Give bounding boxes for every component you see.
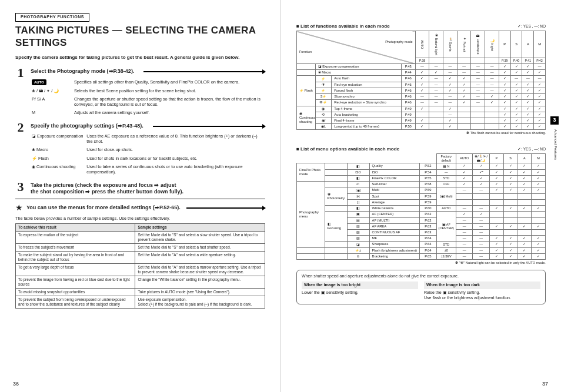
step-1-heading: Select the Photography mode (➡P.38-42). — [31, 68, 134, 75]
samples-table: To achieve this resultSample settingsTo … — [15, 223, 265, 309]
table1-footnote: ✽ The flash cannot be used for continuou… — [296, 131, 546, 135]
arrow-rule-icon — [143, 71, 265, 72]
step-2: 2 Specify the photography settings (➡P.4… — [15, 121, 265, 177]
step-1-table: AUTOSpecifies all settings other than Qu… — [31, 78, 265, 118]
step-2-heading: Specify the photography settings (➡P.43-… — [31, 123, 143, 129]
menus-tip-text: You can use the menus for more detailed … — [26, 205, 181, 211]
table2-footnote: ✽ "❀" Natural light can be selected in o… — [296, 261, 546, 265]
too-dark-col: When the image is too dark Raise the ▣ s… — [424, 282, 540, 300]
step-1: 1 Select the Photography mode (➡P.38-42)… — [15, 66, 265, 118]
exposure-tip-head: When shutter speed and aperture adjustme… — [302, 274, 540, 279]
star-icon: ★ — [15, 203, 23, 213]
intro-text: Specify the camera settings for taking p… — [15, 55, 265, 61]
table1-title: ■ List of functions available in each mo… — [296, 24, 390, 29]
page-left: PHOTOGRAPHY FUNCTIONS TAKING PICTURES — … — [0, 0, 280, 392]
too-bright-col: When the image is too bright Lower the ▣… — [302, 282, 418, 300]
table2-header: ■ List of menu options available in each… — [296, 146, 546, 152]
exposure-tip-box: When shutter speed and aperture adjustme… — [296, 270, 546, 304]
section-tag: PHOTOGRAPHY FUNCTIONS — [15, 13, 89, 22]
step-number: 3 — [15, 180, 26, 193]
too-dark-title: When the image is too dark — [424, 282, 540, 289]
step-number: 2 — [15, 121, 26, 134]
step-number: 1 — [15, 66, 26, 79]
page-number-left: 36 — [13, 381, 19, 387]
functions-by-mode-table: Photography modeFunctionAUTO❀ Natural li… — [296, 31, 546, 130]
legend: ✓: YES , —: NO — [517, 147, 546, 152]
side-tab-number: 3 — [550, 116, 559, 125]
table2-title: ■ List of menu options available in each… — [296, 146, 399, 152]
too-dark-body: Raise the ▣ sensitivity setting. Use fla… — [424, 290, 540, 301]
too-bright-title: When the image is too bright — [302, 282, 418, 289]
manual-spread: PHOTOGRAPHY FUNCTIONS TAKING PICTURES — … — [0, 0, 561, 392]
samples-lead: The table below provides a number of sam… — [15, 216, 265, 221]
step-3-line2: the shot composition ➡ press the shutter… — [31, 189, 265, 195]
arrow-rule-icon — [153, 126, 265, 127]
side-tab-label: Advanced Features — [553, 129, 558, 160]
page-number-right: 37 — [542, 381, 548, 387]
step-2-table: ◪ Exposure compensationUses the AE expos… — [31, 132, 265, 177]
menu-options-by-mode-table: Factory defaultAUTO❀/🏃/✦/🏔/🌙PSAMFinePix … — [296, 153, 546, 260]
too-bright-body: Lower the ▣ sensitivity setting. — [302, 290, 418, 296]
rule — [15, 199, 265, 199]
page-right: ■ List of functions available in each mo… — [280, 0, 561, 392]
table1-header: ■ List of functions available in each mo… — [296, 24, 546, 29]
step-3-line1: Take the pictures (check the exposure an… — [31, 182, 265, 189]
arrow-rule-icon — [186, 207, 265, 209]
step-3: 3 Take the pictures (check the exposure … — [15, 180, 265, 196]
page-title: TAKING PICTURES — SELECTING THE CAMERA S… — [15, 24, 265, 49]
menus-tip: ★ You can use the menus for more detaile… — [15, 203, 265, 213]
legend: ✓: YES , —: NO — [517, 24, 546, 29]
